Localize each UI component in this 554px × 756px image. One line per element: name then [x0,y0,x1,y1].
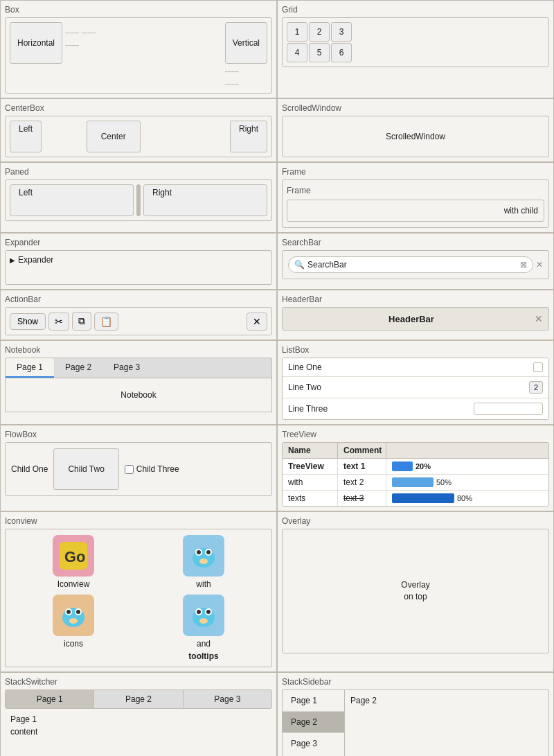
iconview-item-3[interactable]: icons [11,595,136,661]
scrolledwindow-inner[interactable]: ScrolledWindow [282,116,549,157]
paned-right: Right [143,184,267,216]
notebook-tab-2[interactable]: Page 2 [54,358,102,378]
grid-label: Grid [282,5,549,15]
iconview-icon-4 [183,595,224,636]
listbox-row-2[interactable]: Line Two 2 [283,377,548,398]
box-inner: Horizontal ----- ----- ----- Vertical --… [5,17,272,94]
listbox-row-3[interactable]: Line Three [283,398,548,419]
centerbox-right: Right [230,121,267,152]
listbox-input[interactable] [474,403,543,415]
iconview-icon-3 [53,595,94,636]
iconview-item-2[interactable]: with [141,535,266,589]
treeview-strikethrough: text 3 [343,493,364,503]
flowbox-child-two[interactable]: Child Two [53,448,118,490]
iconview-item-1[interactable]: Go Iconview [11,535,136,589]
headerbar-title: HeaderBar [288,314,535,324]
grid-cell-4: 4 [287,43,307,62]
overlay-text: Overlay on top [401,579,429,603]
grid-cell-1: 1 [287,22,307,42]
vdash2: ----- [225,79,267,89]
notebook-tab-3[interactable]: Page 3 [102,358,151,378]
search-input-box[interactable]: 🔍 SearchBar ⊠ [288,256,533,273]
treeview-cell-name-2: with [283,475,338,490]
overlay-inner: Overlay on top [282,529,549,653]
treeview-cell-comment-3: text 3 [338,491,386,506]
box-dashes: ----- ----- [65,22,79,50]
treeview-row-2[interactable]: with text 2 50% [283,475,548,491]
stacksidebar-page-2[interactable]: Page 2 [283,712,344,733]
frame-inner: with child [287,200,544,222]
scrolledwindow-label: ScrolledWindow [282,103,549,113]
treeview-cell-name-1: TreeView [283,459,338,474]
iconview-item-4[interactable]: and tooltips [141,595,266,661]
svg-point-13 [69,618,78,624]
treeview-bar-2 [392,477,434,487]
iconview-icon-2 [183,535,224,577]
treeview-pct-3: 80% [457,494,472,502]
overlay-widget: Overlay Overlay on top [277,511,554,672]
scrolledwindow-widget: ScrolledWindow ScrolledWindow [277,98,554,162]
overlay-text-2: on top [401,591,429,603]
paned-inner: Left Right [5,179,272,221]
svg-point-19 [199,618,208,624]
gopher3-icon [186,598,221,633]
box-widget: Box Horizontal ----- ----- ----- Vertica… [0,0,277,98]
svg-text:Go: Go [64,548,86,565]
iconview-inner: Go Iconview with [5,529,272,667]
paned-separator[interactable] [136,184,141,216]
grid-cell-2: 2 [309,22,330,42]
listbox-check-icon[interactable] [533,362,543,372]
expander-widget: Expander ▶ Expander [0,233,277,290]
frame-outer: Frame with child [282,179,549,228]
notebook-tab-1[interactable]: Page 1 [6,358,54,378]
stackswitcher-label: StackSwitcher [5,677,272,687]
frame-child-text: with child [504,206,538,216]
listbox-row-1[interactable]: Line One [283,358,548,377]
listbox-widget: ListBox Line One Line Two 2 Line Three [277,340,554,425]
expander-toggle[interactable]: ▶ Expander [10,255,267,265]
flowbox-child-three[interactable]: Child Three [125,464,179,474]
actionbar-copy-button[interactable]: ⧉ [72,312,91,331]
grid-cell-3: 3 [331,22,352,42]
svg-point-5 [197,550,201,554]
actionbar-close-button[interactable]: ✕ [247,313,267,331]
treeview-inner: Name Comment TreeView text 1 20% with te… [282,442,549,507]
paned-widget: Paned Left Right [0,162,277,233]
stackswitcher-widget: StackSwitcher Page 1 Page 2 Page 3 Page … [0,672,277,756]
expander-arrow-icon: ▶ [10,256,15,264]
stacksidebar-page-3[interactable]: Page 3 [283,733,344,754]
stackswitcher-content: Page 1 content [5,709,272,742]
stackswitcher-tab-2[interactable]: Page 2 [94,690,183,708]
treeview-row-3[interactable]: texts text 3 80% [283,491,548,506]
stackswitcher-tab-3[interactable]: Page 3 [184,690,271,708]
search-clear-icon[interactable]: ⊠ [520,260,527,270]
dash3: ----- [82,28,96,37]
actionbar-cut-button[interactable]: ✂ [48,313,69,331]
centerbox-center: Center [87,121,141,152]
flowbox-checkbox[interactable] [125,465,134,474]
treeview-col-name: Name [283,443,338,458]
actionbar-show-button[interactable]: Show [10,313,46,330]
stacksidebar-widget: StackSidebar Page 1 Page 2 Page 3 Page 2 [277,672,554,756]
headerbar-close-icon[interactable]: ✕ [535,313,543,324]
treeview-row-1[interactable]: TreeView text 1 20% [283,459,548,475]
treeview-pct-1: 20% [416,462,431,471]
searchbar-label: SearchBar [282,238,549,247]
stacksidebar-label: StackSidebar [282,677,549,687]
searchbar-inner: 🔍 SearchBar ⊠ ✕ [282,250,549,279]
notebook-widget: Notebook Page 1 Page 2 Page 3 Notebook [0,340,277,425]
treeview-widget: TreeView Name Comment TreeView text 1 20… [277,425,554,511]
actionbar-paste-button[interactable]: 📋 [94,313,118,331]
notebook-tabs: Page 1 Page 2 Page 3 [5,358,272,378]
grid-cell-5: 5 [309,43,330,62]
stacksidebar-page-1[interactable]: Page 1 [283,690,344,712]
frame-label: Frame [282,167,549,177]
grid-cells: 1 2 3 4 5 6 [287,22,544,62]
stackswitcher-tab-1[interactable]: Page 1 [6,690,94,708]
listbox-inner: Line One Line Two 2 Line Three [282,358,549,420]
treeview-cell-comment-1: text 1 [338,459,386,474]
search-close-icon[interactable]: ✕ [536,260,543,270]
treeview-cell-bar-2: 50% [386,475,548,490]
treeview-cell-bar-1: 20% [386,459,548,474]
treeview-cell-comment-2: text 2 [338,475,386,490]
